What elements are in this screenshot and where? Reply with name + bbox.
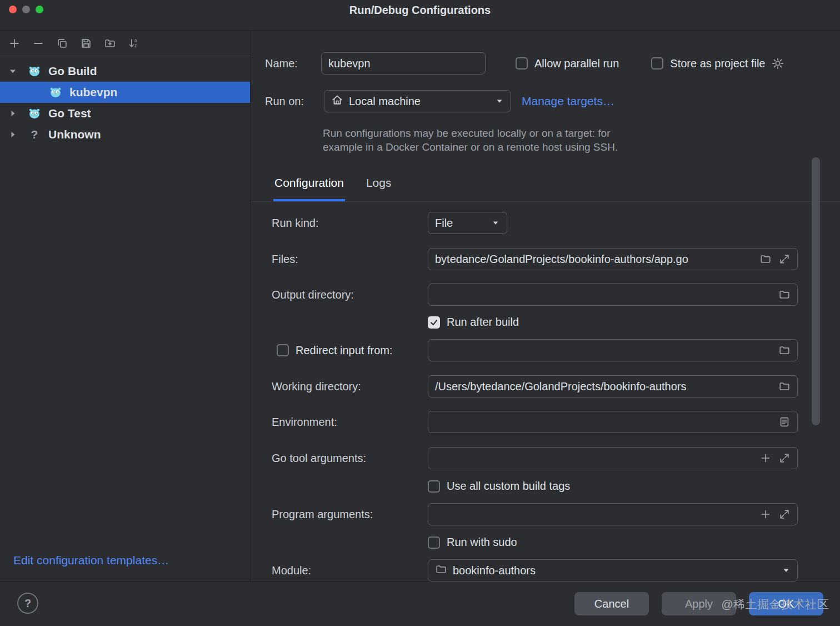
watermark: @稀土掘金技术社区 (721, 597, 829, 612)
help-button[interactable]: ? (17, 593, 38, 614)
gear-icon[interactable] (771, 57, 784, 70)
tree-item-label: Go Test (48, 107, 91, 120)
tree-item-label: Unknown (48, 128, 101, 141)
sort-configurations-button[interactable]: az (124, 34, 143, 53)
run-after-build-checkbox[interactable] (428, 316, 440, 329)
run-on-dropdown[interactable]: Local machine (324, 90, 511, 112)
run-after-build-option[interactable]: Run after build (428, 316, 519, 329)
tree-item-kubevpn[interactable]: kubevpn (0, 82, 250, 103)
copy-configuration-button[interactable] (52, 34, 72, 53)
edit-variables-icon[interactable] (778, 416, 791, 428)
redirect-input-checkbox[interactable] (277, 344, 289, 356)
store-as-project-file-checkbox[interactable] (651, 57, 663, 69)
dialog-body: az Go Build kubevpn Go Test (0, 31, 840, 582)
sidebar-toolbar: az (0, 31, 250, 56)
store-as-project-file-option[interactable]: Store as project file (651, 57, 784, 70)
expand-field-icon[interactable] (778, 253, 791, 265)
chevron-right-icon[interactable] (9, 131, 18, 138)
run-on-value: Local machine (349, 95, 421, 108)
chevron-down-icon[interactable] (9, 67, 18, 75)
name-input[interactable] (321, 52, 486, 74)
run-kind-row: Run kind: File (272, 212, 840, 234)
run-debug-configurations-dialog: Run/Debug Configurations (0, 0, 840, 626)
tree-item-unknown[interactable]: ? Unknown (0, 124, 250, 145)
module-value: bookinfo-authors (453, 564, 536, 577)
custom-build-tags-option[interactable]: Use all custom build tags (428, 480, 570, 493)
custom-build-tags-label: Use all custom build tags (447, 480, 570, 493)
configurations-sidebar: az Go Build kubevpn Go Test (0, 31, 251, 582)
tree-item-go-test[interactable]: Go Test (0, 103, 250, 124)
program-arguments-label: Program arguments: (272, 508, 428, 521)
run-kind-dropdown[interactable]: File (428, 212, 507, 234)
chevron-down-icon (782, 566, 791, 575)
run-with-sudo-option[interactable]: Run with sudo (428, 536, 517, 549)
working-directory-input[interactable]: /Users/bytedance/GolandProjects/bookinfo… (428, 375, 798, 398)
configuration-panel: Name: Allow parallel run Store as projec… (251, 31, 840, 582)
browse-folder-icon[interactable] (778, 289, 791, 301)
sort-az-icon: az (128, 37, 140, 49)
tree-item-label: Go Build (48, 64, 97, 78)
run-after-build-label: Run after build (447, 316, 519, 329)
tab-configuration[interactable]: Configuration (273, 166, 345, 201)
output-directory-input[interactable] (428, 284, 798, 306)
move-to-folder-button[interactable] (100, 34, 119, 53)
save-configuration-button[interactable] (76, 34, 96, 53)
go-tool-arguments-input[interactable] (428, 447, 798, 469)
help-line-1: Run configurations may be executed local… (323, 126, 618, 140)
edit-configuration-templates-link[interactable]: Edit configuration templates… (13, 554, 169, 567)
allow-parallel-run-option[interactable]: Allow parallel run (516, 57, 619, 70)
add-macro-icon[interactable] (759, 452, 772, 464)
tree-item-label: kubevpn (69, 86, 117, 99)
tab-logs[interactable]: Logs (365, 166, 393, 201)
run-with-sudo-checkbox[interactable] (428, 536, 440, 549)
environment-input[interactable] (428, 411, 798, 433)
browse-folder-icon[interactable] (778, 344, 791, 356)
chevron-down-icon (495, 97, 504, 106)
working-directory-row: Working directory: /Users/bytedance/Gola… (272, 375, 840, 398)
question-mark-icon: ? (28, 128, 41, 141)
browse-folder-icon[interactable] (759, 253, 772, 265)
module-row: Module: bookinfo-authors (272, 559, 840, 582)
configuration-tree: Go Build kubevpn Go Test ? Unknown (0, 56, 250, 145)
browse-folder-icon[interactable] (778, 380, 791, 393)
copy-icon (56, 37, 68, 49)
add-macro-icon[interactable] (759, 508, 772, 520)
redirect-input-row: Redirect input from: (272, 339, 840, 361)
home-icon (331, 94, 343, 109)
working-directory-label: Working directory: (272, 380, 428, 393)
module-dropdown[interactable]: bookinfo-authors (428, 559, 798, 582)
titlebar: Run/Debug Configurations (0, 0, 840, 31)
svg-text:z: z (134, 43, 136, 48)
run-after-build-row: Run after build (272, 316, 840, 329)
run-on-row: Run on: Local machine Manage targets… (265, 90, 614, 112)
program-arguments-row: Program arguments: (272, 503, 840, 525)
run-kind-label: Run kind: (272, 217, 428, 230)
add-configuration-button[interactable] (4, 34, 24, 53)
expand-field-icon[interactable] (778, 452, 791, 464)
window-title: Run/Debug Configurations (0, 4, 840, 17)
minus-icon (32, 37, 44, 49)
files-value: bytedance/GolandProjects/bookinfo-author… (435, 253, 754, 266)
files-input[interactable]: bytedance/GolandProjects/bookinfo-author… (428, 248, 798, 270)
dialog-footer: ? Cancel Apply OK @稀土掘金技术社区 (0, 582, 840, 626)
svg-text:a: a (134, 38, 137, 43)
manage-targets-link[interactable]: Manage targets… (522, 95, 614, 108)
remove-configuration-button[interactable] (28, 34, 48, 53)
folder-icon (435, 563, 447, 578)
configuration-form: Run kind: File Files: bytedance/GolandPr… (251, 202, 840, 582)
allow-parallel-run-checkbox[interactable] (516, 57, 528, 69)
run-with-sudo-label: Run with sudo (447, 536, 517, 549)
redirect-input-input[interactable] (428, 339, 798, 361)
run-with-sudo-row: Run with sudo (272, 536, 840, 549)
program-arguments-input[interactable] (428, 503, 798, 525)
tree-item-go-build[interactable]: Go Build (0, 61, 250, 82)
save-icon (80, 37, 92, 49)
custom-build-tags-checkbox[interactable] (428, 480, 440, 493)
go-gopher-icon (28, 64, 41, 78)
expand-field-icon[interactable] (778, 508, 791, 520)
chevron-right-icon[interactable] (9, 110, 18, 117)
run-on-label: Run on: (265, 95, 324, 108)
cancel-button[interactable]: Cancel (574, 592, 649, 615)
vertical-scrollbar[interactable] (812, 157, 820, 425)
store-as-project-file-label: Store as project file (670, 57, 765, 70)
